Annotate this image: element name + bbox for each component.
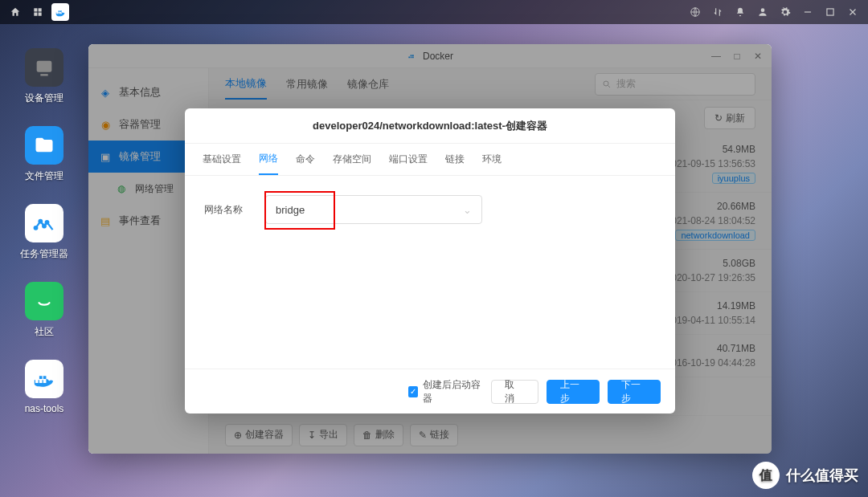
network-name-select[interactable]: bridge ⌄ — [265, 195, 482, 224]
svg-point-6 — [39, 220, 43, 223]
modal-title: developer024/networkdownload:latest-创建容器 — [185, 108, 675, 144]
close-icon[interactable] — [844, 3, 862, 21]
desktop-community[interactable]: 社区 — [8, 282, 80, 339]
home-icon[interactable] — [6, 3, 24, 21]
globe-icon[interactable] — [686, 3, 704, 21]
maximize-icon[interactable] — [821, 3, 839, 21]
mtab-ports[interactable]: 端口设置 — [389, 144, 428, 175]
next-step-button[interactable]: 下一步 — [608, 380, 661, 404]
chevron-down-icon: ⌄ — [463, 204, 472, 216]
desktop-label: nas-tools — [25, 403, 64, 414]
desktop-label: 设备管理 — [25, 92, 63, 105]
desktop-device-mgmt[interactable]: 设备管理 — [8, 48, 80, 105]
bell-icon[interactable] — [731, 3, 749, 21]
svg-rect-2 — [827, 9, 833, 15]
network-name-label: 网络名称 — [204, 203, 249, 217]
checkbox-icon: ✓ — [408, 386, 418, 397]
apps-icon[interactable] — [29, 3, 47, 21]
mtab-storage[interactable]: 存储空间 — [333, 144, 371, 175]
svg-point-1 — [761, 8, 765, 12]
svg-point-5 — [35, 226, 38, 230]
desktop-task-mgr[interactable]: 任务管理器 — [8, 204, 80, 261]
watermark: 值 什么值得买 — [752, 462, 858, 489]
modal-tabs: 基础设置 网络 命令 存储空间 端口设置 链接 环境 — [185, 144, 675, 176]
os-taskbar — [0, 0, 868, 24]
svg-rect-4 — [40, 74, 47, 75]
watermark-logo: 值 — [752, 462, 780, 489]
desktop-icons: 设备管理 文件管理 任务管理器 社区 nas-tools — [8, 48, 80, 414]
desktop-label: 社区 — [35, 325, 54, 339]
prev-step-button[interactable]: 上一步 — [547, 380, 600, 404]
user-icon[interactable] — [754, 3, 772, 21]
svg-rect-3 — [37, 61, 52, 72]
select-value: bridge — [276, 204, 305, 216]
svg-point-8 — [46, 221, 49, 224]
mtab-env[interactable]: 环境 — [482, 144, 502, 175]
minimize-icon[interactable] — [799, 3, 817, 21]
desktop-label: 任务管理器 — [20, 247, 68, 261]
mtab-network[interactable]: 网络 — [259, 144, 278, 175]
mtab-basic[interactable]: 基础设置 — [203, 144, 241, 175]
start-after-create-checkbox[interactable]: ✓ 创建后启动容器 — [408, 378, 483, 405]
updown-icon[interactable] — [709, 3, 727, 21]
gear-icon[interactable] — [776, 3, 794, 21]
desktop-file-mgmt[interactable]: 文件管理 — [8, 126, 80, 183]
docker-taskbar-icon[interactable] — [51, 3, 69, 21]
create-container-modal: developer024/networkdownload:latest-创建容器… — [185, 108, 675, 413]
desktop-label: 文件管理 — [25, 169, 63, 183]
mtab-link[interactable]: 链接 — [445, 144, 465, 175]
cancel-button[interactable]: 取 消 — [491, 380, 538, 404]
desktop-nas-tools[interactable]: nas-tools — [8, 360, 80, 414]
svg-point-7 — [43, 225, 46, 228]
mtab-command[interactable]: 命令 — [296, 144, 315, 175]
